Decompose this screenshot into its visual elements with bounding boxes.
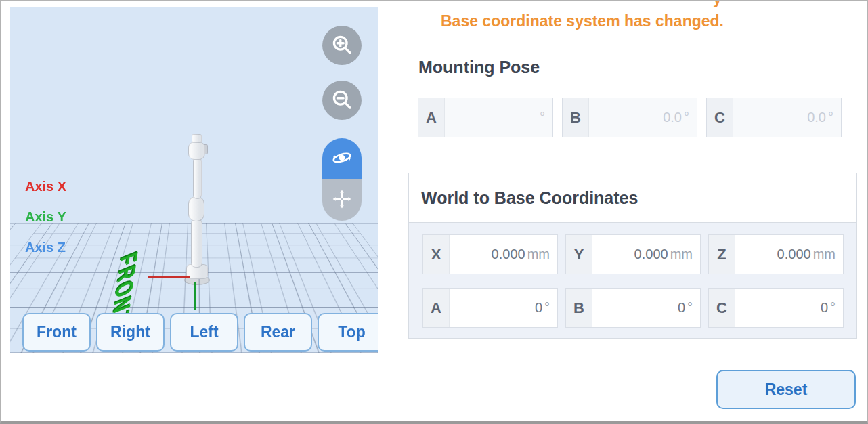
field-unit: °: [687, 300, 693, 316]
notification-clipped-line: y: [713, 0, 722, 8]
field-value: 0: [678, 300, 685, 316]
robot-3d-viewport[interactable]: FRONT Axis X Axis Y Axis Z: [10, 7, 378, 353]
world-y-field[interactable]: Y 0.000 mm: [565, 234, 701, 274]
field-value-area[interactable]: 0.000 mm: [592, 235, 700, 274]
robot-upper-link: [193, 157, 202, 199]
robot-lower-link: [191, 219, 202, 268]
robot-elbow-joint: [188, 196, 204, 221]
field-value-area[interactable]: 0 °: [592, 289, 700, 327]
axis-z-label: Axis Z: [25, 240, 66, 255]
field-value-area: 0.0 °: [733, 98, 841, 137]
field-label: A: [423, 289, 450, 327]
world-to-base-fields: X 0.000 mm Y 0.000 mm Z 0.000: [409, 223, 856, 328]
field-unit: mm: [670, 247, 693, 262]
view-rear-button[interactable]: Rear: [244, 313, 312, 352]
axis-x-label: Axis X: [25, 179, 66, 194]
field-unit: °: [544, 300, 550, 316]
axis-legend: Axis X Axis Y Axis Z: [25, 179, 66, 270]
world-to-base-card: World to Base Coordinates X 0.000 mm Y 0…: [408, 173, 857, 339]
field-value-area[interactable]: 0 °: [735, 289, 843, 327]
field-unit: °: [684, 110, 689, 125]
field-value: 0.000: [777, 247, 811, 262]
field-value: 0.000: [492, 247, 525, 262]
abc-row: A 0 ° B 0 ° C 0 °: [422, 288, 856, 328]
field-unit: mm: [527, 247, 550, 262]
field-unit: mm: [813, 247, 836, 262]
pan-mode-button[interactable]: [322, 179, 362, 221]
mounting-pose-row: A ° B 0.0 ° C 0.0 °: [418, 98, 842, 137]
field-unit: °: [540, 110, 545, 125]
field-label: C: [707, 98, 733, 137]
field-label: Y: [566, 235, 592, 274]
field-value: 0.000: [634, 247, 668, 262]
zoom-in-button[interactable]: [322, 26, 362, 65]
field-value: 0.0: [807, 110, 826, 125]
view-front-button[interactable]: Front: [22, 313, 91, 352]
mounting-b-field: B 0.0 °: [562, 98, 697, 137]
view-button-row: Front Right Left Rear Top: [22, 313, 378, 352]
pan-move-icon: [330, 188, 353, 213]
field-value-area: °: [445, 98, 552, 137]
base-y-axis-line: [194, 282, 196, 310]
rotate-mode-button[interactable]: [322, 138, 362, 179]
field-value: 0.0: [663, 110, 682, 125]
zoom-out-button[interactable]: [322, 81, 362, 120]
field-label: C: [709, 289, 735, 327]
panel-divider: [393, 1, 393, 424]
mounting-pose-title: Mounting Pose: [418, 58, 540, 77]
view-mode-toggle: [322, 138, 362, 221]
field-label: Z: [709, 235, 735, 274]
field-label: B: [566, 289, 592, 327]
world-to-base-header: World to Base Coordinates: [409, 173, 856, 223]
zoom-in-icon: [330, 33, 354, 59]
view-top-button[interactable]: Top: [318, 313, 378, 352]
notification-message: Base coordinate system has changed.: [441, 12, 724, 30]
world-b-field[interactable]: B 0 °: [565, 288, 701, 328]
view-left-button[interactable]: Left: [170, 313, 238, 352]
robot-tool-flange: [192, 134, 202, 143]
axis-y-label: Axis Y: [25, 209, 66, 225]
field-value-area[interactable]: 0.000 mm: [735, 235, 843, 274]
field-label: X: [423, 235, 450, 274]
mounting-a-field: A °: [418, 98, 553, 137]
field-label: A: [418, 98, 445, 137]
field-value: 0: [821, 300, 828, 316]
reset-button[interactable]: Reset: [716, 370, 856, 409]
field-value-area[interactable]: 0.000 mm: [450, 235, 557, 274]
field-value-area: 0.0 °: [589, 98, 697, 137]
world-a-field[interactable]: A 0 °: [422, 288, 558, 328]
zoom-out-icon: [330, 87, 354, 114]
field-value-area[interactable]: 0 °: [450, 289, 557, 327]
world-to-base-title: World to Base Coordinates: [421, 188, 638, 208]
world-z-field[interactable]: Z 0.000 mm: [708, 234, 844, 274]
field-unit: °: [828, 110, 833, 125]
base-x-axis-line: [148, 276, 190, 278]
field-unit: °: [830, 300, 836, 316]
world-c-field[interactable]: C 0 °: [708, 288, 844, 328]
field-value: 0: [535, 300, 542, 316]
world-x-field[interactable]: X 0.000 mm: [422, 234, 558, 274]
robot-settings-screen: FRONT Axis X Axis Y Axis Z: [0, 0, 868, 424]
mounting-c-field: C 0.0 °: [706, 98, 842, 137]
rotate-3d-icon: [330, 146, 353, 171]
xyz-row: X 0.000 mm Y 0.000 mm Z 0.000: [422, 234, 856, 274]
field-label: B: [563, 98, 589, 137]
view-right-button[interactable]: Right: [96, 313, 165, 352]
robot-wrist-joint: [188, 142, 205, 160]
